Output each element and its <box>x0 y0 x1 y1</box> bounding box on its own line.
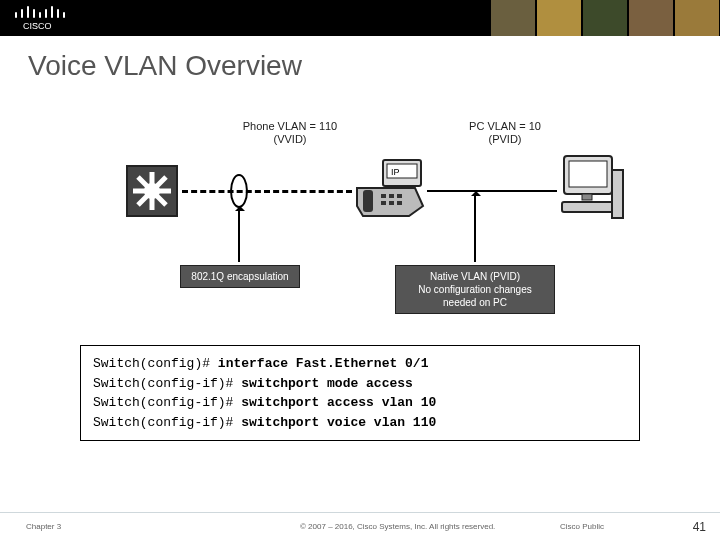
arrow-encap <box>238 210 240 262</box>
switch-icon <box>125 164 179 218</box>
cli-cmd-4: switchport voice vlan 110 <box>241 415 436 430</box>
svg-rect-28 <box>389 201 394 205</box>
cli-prompt-1: Switch(config)# <box>93 356 218 371</box>
footer-copyright: © 2007 – 2016, Cisco Systems, Inc. All r… <box>300 522 495 531</box>
callout-native-l1: Native VLAN (PVID) <box>430 271 520 282</box>
pc-vlan-sub: (PVID) <box>489 133 522 145</box>
callout-encap-text: 802.1Q encapsulation <box>191 271 288 282</box>
pc-icon <box>560 152 625 222</box>
svg-rect-34 <box>612 170 623 218</box>
cli-cmd-3: switchport access vlan 10 <box>241 395 436 410</box>
callout-native-l2: No configuration changes <box>418 284 531 295</box>
trunk-link <box>182 190 352 193</box>
footer-public: Cisco Public <box>560 522 604 531</box>
cisco-logo-text: CISCO <box>23 21 52 31</box>
phone-vlan-text: Phone VLAN = 110 <box>243 120 338 132</box>
cli-cmd-2: switchport mode access <box>241 376 413 391</box>
phone-vlan-sub: (VVID) <box>274 133 307 145</box>
cli-cmd-1: interface Fast.Ethernet 0/1 <box>218 356 429 371</box>
pc-vlan-label: PC VLAN = 10 (PVID) <box>445 120 565 146</box>
footer: Chapter 3 © 2007 – 2016, Cisco Systems, … <box>0 512 720 540</box>
cisco-logo: CISCO <box>10 3 70 31</box>
svg-rect-25 <box>389 194 394 198</box>
access-link <box>427 190 557 192</box>
svg-rect-26 <box>397 194 402 198</box>
cli-prompt-3: Switch(config-if)# <box>93 395 241 410</box>
ip-phone-icon: IP <box>355 158 425 218</box>
svg-rect-27 <box>381 201 386 205</box>
page-title: Voice VLAN Overview <box>0 36 720 82</box>
svg-rect-32 <box>582 194 592 200</box>
callout-native-vlan: Native VLAN (PVID) No configuration chan… <box>395 265 555 314</box>
cli-prompt-2: Switch(config-if)# <box>93 376 241 391</box>
svg-rect-33 <box>562 202 614 212</box>
top-bar: CISCO <box>0 0 720 36</box>
phone-vlan-label: Phone VLAN = 110 (VVID) <box>225 120 355 146</box>
vlan-diagram: Phone VLAN = 110 (VVID) PC VLAN = 10 (PV… <box>90 120 630 330</box>
banner-photo <box>490 0 720 36</box>
pc-vlan-text: PC VLAN = 10 <box>469 120 541 132</box>
svg-rect-23 <box>363 190 373 212</box>
svg-rect-24 <box>381 194 386 198</box>
svg-rect-29 <box>397 201 402 205</box>
callout-native-l3: needed on PC <box>443 297 507 308</box>
callout-encapsulation: 802.1Q encapsulation <box>180 265 300 288</box>
cli-prompt-4: Switch(config-if)# <box>93 415 241 430</box>
arrow-native <box>474 195 476 262</box>
footer-chapter: Chapter 3 <box>26 522 61 531</box>
page-number: 41 <box>693 520 706 534</box>
svg-rect-31 <box>569 161 607 187</box>
svg-text:IP: IP <box>391 167 400 177</box>
cli-config-box: Switch(config)# interface Fast.Ethernet … <box>80 345 640 441</box>
